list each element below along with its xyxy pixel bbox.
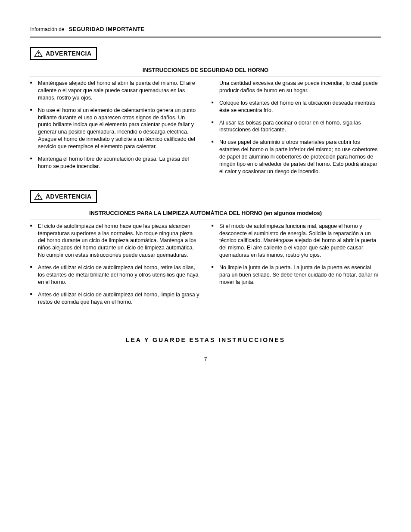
divider xyxy=(30,37,381,37)
list-item: El ciclo de autolimpieza del horno hace … xyxy=(30,223,199,259)
svg-rect-2 xyxy=(38,52,39,54)
list-item: No limpie la junta de la puerta. La junt… xyxy=(212,264,381,286)
list-item: Al usar las bolsas para cocinar o dorar … xyxy=(212,119,381,134)
bullet-list: El ciclo de autolimpieza del horno hace … xyxy=(30,223,199,259)
bullet-list: Coloque los estantes del horno en la ubi… xyxy=(212,100,381,175)
svg-rect-3 xyxy=(38,55,39,56)
bullet-list: Antes de utilizar el ciclo de autolimpie… xyxy=(30,264,199,305)
bullet-list: Si el modo de autolimpieza funciona mal,… xyxy=(212,223,381,286)
list-item: Si el modo de autolimpieza funciona mal,… xyxy=(212,223,381,259)
warning-icon xyxy=(34,193,43,200)
bullet-list: Manténgase alejado del horno al abrir la… xyxy=(30,80,199,170)
two-column-block: El ciclo de autolimpieza del horno hace … xyxy=(30,223,381,311)
warning-box: ADVERTENCIA xyxy=(30,190,97,203)
warning-box: ADVERTENCIA xyxy=(30,47,97,60)
list-item: Manténgase alejado del horno al abrir la… xyxy=(30,80,199,102)
list-item: Mantenga el horno libre de acumulación d… xyxy=(30,156,199,170)
header-prefix: Información de xyxy=(30,26,64,32)
two-column-block: Manténgase alejado del horno al abrir la… xyxy=(30,80,381,180)
section-title-oven: INSTRUCCIONES DE SEGURIDAD DEL HORNO xyxy=(30,64,381,77)
list-item: No use el horno si un elemento de calent… xyxy=(30,107,199,150)
svg-rect-7 xyxy=(38,198,39,199)
divider xyxy=(30,77,381,77)
right-column: Si el modo de autolimpieza funciona mal,… xyxy=(212,223,381,311)
continuation-text: Una cantidad excesiva de grasa se puede … xyxy=(212,80,381,94)
list-item: Antes de utilizar el ciclo de autolimpie… xyxy=(30,291,199,306)
warning-icon xyxy=(34,50,43,57)
list-item: No use papel de aluminio u otros materia… xyxy=(212,139,381,175)
list-item: Coloque los estantes del horno en la ubi… xyxy=(212,100,381,114)
header-bar: Información de SEGURIDAD IMPORTANTE xyxy=(30,26,381,35)
warning-label: ADVERTENCIA xyxy=(46,193,92,200)
list-item: Antes de utilizar el ciclo de autolimpie… xyxy=(30,264,199,286)
left-column: El ciclo de autolimpieza del horno hace … xyxy=(30,223,199,311)
footer-instruction: LEA Y GUARDE ESTAS INSTRUCCIONES xyxy=(30,336,381,343)
warning-label: ADVERTENCIA xyxy=(46,50,92,57)
right-column: Una cantidad excesiva de grasa se puede … xyxy=(212,80,381,180)
left-column: Manténgase alejado del horno al abrir la… xyxy=(30,80,199,180)
page-number: 7 xyxy=(30,356,381,362)
header-title: SEGURIDAD IMPORTANTE xyxy=(68,26,145,32)
divider xyxy=(30,220,381,220)
section-title-selfclean: INSTRUCCIONES PARA LA LIMPIEZA AUTOMÁTIC… xyxy=(30,207,381,220)
svg-rect-6 xyxy=(38,195,39,197)
